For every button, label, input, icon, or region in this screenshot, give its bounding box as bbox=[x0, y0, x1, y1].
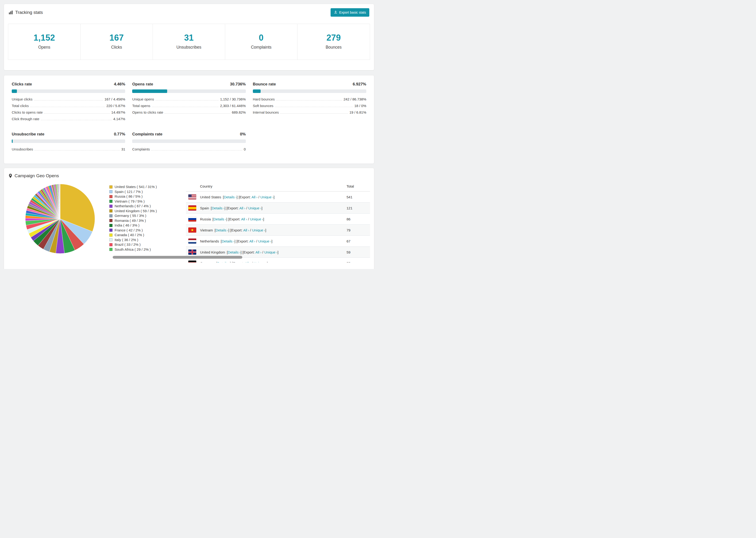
legend-item-netherlands[interactable]: Netherlands ( 67 / 4% ) bbox=[109, 204, 186, 209]
legend-item-italy[interactable]: Italy ( 36 / 2% ) bbox=[109, 238, 186, 242]
details-link[interactable]: Details bbox=[217, 261, 230, 263]
legend-item-india[interactable]: India ( 46 / 3% ) bbox=[109, 223, 186, 228]
export-all-link[interactable]: All bbox=[245, 261, 251, 263]
progress-bar bbox=[12, 139, 125, 143]
geo-pie-chart bbox=[25, 184, 95, 254]
legend-label: Romania ( 49 / 3% ) bbox=[115, 218, 146, 223]
progress-fill bbox=[12, 89, 17, 93]
rate-value: 0.77% bbox=[114, 132, 125, 136]
country-name: Russia bbox=[200, 217, 211, 221]
details-link[interactable]: Details bbox=[216, 228, 228, 232]
legend-item-france[interactable]: France ( 42 / 2% ) bbox=[109, 228, 186, 233]
detail-value: 2,303 / 61.446% bbox=[220, 104, 245, 108]
stat-cell-clicks: 167Clicks bbox=[81, 24, 153, 60]
rate-detail-row: Click through rate4.147% bbox=[12, 117, 125, 124]
legend-item-spain[interactable]: Spain ( 121 / 7% ) bbox=[109, 189, 186, 194]
stat-label: Unsubscribes bbox=[153, 45, 225, 50]
details-link[interactable]: Details bbox=[224, 195, 237, 199]
tracking-stats-header: Tracking stats Export basic stats bbox=[4, 4, 374, 21]
rate-detail-row: Total clicks220 / 5.87% bbox=[12, 104, 125, 110]
progress-fill bbox=[12, 139, 13, 143]
export-unique-link[interactable]: Unique bbox=[248, 206, 261, 210]
detail-label: Unique clicks bbox=[12, 97, 32, 101]
country-name: Germany bbox=[200, 261, 215, 263]
table-row-vietnam: Vietnam [Details] [Export: All / Unique]… bbox=[186, 225, 370, 236]
tracking-stats-card: Tracking stats Export basic stats 1,152O… bbox=[4, 4, 374, 71]
progress-fill bbox=[253, 89, 261, 93]
stat-label: Bounces bbox=[297, 45, 370, 50]
row-total: 121 bbox=[345, 202, 370, 214]
export-unique-link[interactable]: Unique bbox=[258, 239, 271, 243]
stat-value: 31 bbox=[153, 33, 225, 43]
export-label: Export: bbox=[229, 217, 241, 221]
legend-item-united-states[interactable]: United States ( 541 / 31% ) bbox=[109, 185, 186, 189]
detail-value: 242 / 86.738% bbox=[344, 97, 366, 101]
legend-item-south-africa[interactable]: South Africa ( 29 / 2% ) bbox=[109, 247, 186, 252]
rate-title: Bounce rate bbox=[253, 82, 276, 86]
legend-swatch bbox=[109, 205, 112, 208]
export-all-link[interactable]: All bbox=[251, 195, 257, 199]
dotted-leader bbox=[151, 150, 242, 150]
geo-table-body: United States [Details] [Export: All / U… bbox=[186, 191, 370, 263]
export-all-link[interactable]: All bbox=[255, 250, 261, 254]
detail-label: Internal bounces bbox=[253, 110, 279, 114]
detail-value: 220 / 5.87% bbox=[106, 104, 125, 108]
geo-title: Campaign Geo Opens bbox=[15, 173, 59, 178]
horizontal-scrollbar-thumb[interactable] bbox=[113, 256, 242, 259]
row-total: 86 bbox=[345, 214, 370, 225]
row-total: 79 bbox=[345, 225, 370, 236]
export-unique-link[interactable]: Unique bbox=[254, 261, 267, 263]
dotted-leader bbox=[30, 107, 105, 107]
rate-title: Clicks rate bbox=[12, 82, 32, 86]
export-all-link[interactable]: All bbox=[241, 217, 247, 221]
legend-item-brazil[interactable]: Brazil ( 33 / 2% ) bbox=[109, 242, 186, 247]
row-total: 541 bbox=[345, 191, 370, 202]
legend-swatch bbox=[109, 234, 112, 237]
legend-item-russia[interactable]: Russia ( 86 / 5% ) bbox=[109, 194, 186, 199]
export-all-link[interactable]: All bbox=[243, 228, 249, 232]
detail-value: 31 bbox=[121, 147, 125, 151]
details-link[interactable]: Details bbox=[228, 250, 241, 254]
export-basic-stats-button[interactable]: Export basic stats bbox=[331, 8, 369, 17]
country-name: Vietnam bbox=[200, 228, 213, 232]
rate-head: Bounce rate6.927% bbox=[253, 82, 366, 86]
progress-fill bbox=[132, 89, 167, 93]
dotted-leader bbox=[280, 113, 348, 114]
export-label: Export: bbox=[240, 195, 251, 199]
flag-column-header bbox=[186, 181, 198, 191]
rates-grid: Clicks rate4.46%Unique clicks167 / 4.456… bbox=[12, 82, 366, 154]
legend-item-romania[interactable]: Romania ( 49 / 3% ) bbox=[109, 218, 186, 223]
campaign-geo-opens-card: Campaign Geo Opens United States ( 541 /… bbox=[4, 168, 374, 269]
legend-label: Netherlands ( 67 / 4% ) bbox=[115, 204, 151, 209]
rate-detail-row: Unique clicks167 / 4.456% bbox=[12, 97, 125, 104]
country-name: United States bbox=[200, 195, 221, 199]
legend-item-vietnam[interactable]: Vietnam ( 79 / 5% ) bbox=[109, 199, 186, 204]
legend-item-canada[interactable]: Canada ( 40 / 2% ) bbox=[109, 233, 186, 238]
details-link[interactable]: Details bbox=[222, 239, 234, 243]
stat-cell-unsubscribes: 31Unsubscribes bbox=[153, 24, 225, 60]
export-all-link[interactable]: All bbox=[249, 239, 255, 243]
detail-label: Clicks to opens rate bbox=[12, 110, 43, 114]
export-unique-link[interactable]: Unique bbox=[250, 217, 263, 221]
table-row-netherlands: Netherlands [Details] [Export: All / Uni… bbox=[186, 236, 370, 247]
rate-detail-row: Hard bounces242 / 86.738% bbox=[253, 97, 366, 104]
row-total: 55 bbox=[345, 258, 370, 263]
export-unique-link[interactable]: Unique bbox=[264, 250, 278, 254]
export-unique-link[interactable]: Unique bbox=[252, 228, 265, 232]
legend-item-germany[interactable]: Germany ( 55 / 3% ) bbox=[109, 213, 186, 218]
details-link[interactable]: Details bbox=[213, 217, 226, 221]
es-flag-icon bbox=[188, 205, 196, 211]
export-unique-link[interactable]: Unique bbox=[260, 195, 274, 199]
dotted-leader bbox=[275, 107, 353, 107]
legend-swatch bbox=[109, 195, 112, 198]
country-name: Netherlands bbox=[200, 239, 219, 243]
rate-detail-row: Internal bounces19 / 6.81% bbox=[253, 110, 366, 117]
export-all-link[interactable]: All bbox=[240, 206, 245, 210]
detail-label: Total clicks bbox=[12, 104, 29, 108]
country-cell: United States [Details] [Export: All / U… bbox=[198, 191, 345, 202]
legend-item-united-kingdom[interactable]: United Kingdom ( 59 / 3% ) bbox=[109, 209, 186, 214]
stat-cell-complaints: 0Complaints bbox=[225, 24, 297, 60]
nl-flag-icon bbox=[188, 239, 196, 243]
details-link[interactable]: Details bbox=[212, 206, 225, 210]
us-flag-icon bbox=[188, 194, 196, 199]
